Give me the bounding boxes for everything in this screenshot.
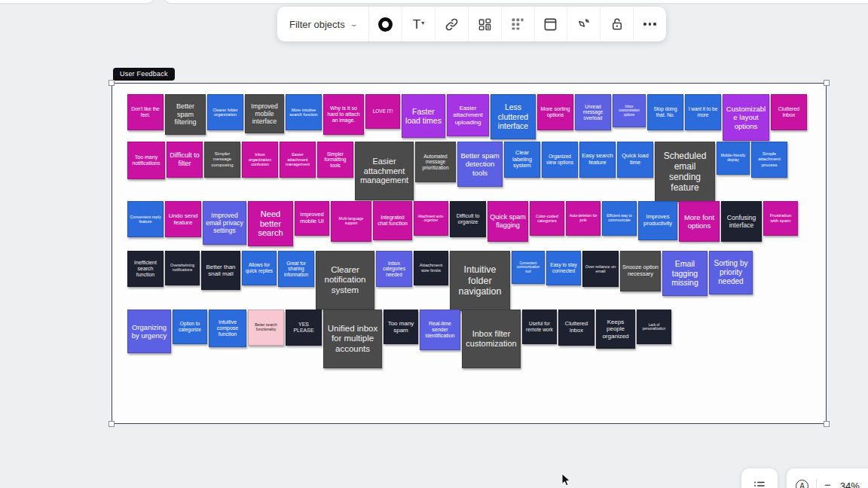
sticky-note[interactable]: Quick load time bbox=[617, 142, 653, 178]
sticky-note[interactable]: Real-time sender identification bbox=[420, 310, 460, 350]
sticky-note[interactable]: Better search functionality bbox=[248, 310, 284, 346]
sticky-note[interactable]: Inbox organization confusion bbox=[242, 142, 278, 178]
author-letter: A bbox=[799, 482, 805, 488]
sticky-note[interactable]: Snooze option necessary bbox=[620, 251, 661, 291]
sticky-note[interactable]: Stop doing that. No. bbox=[647, 94, 683, 130]
selection-handle-top-left[interactable] bbox=[108, 80, 115, 86]
sticky-note[interactable]: Integrated chat function bbox=[373, 201, 412, 240]
sticky-note[interactable]: Automated message prioritization bbox=[415, 142, 456, 182]
note-row: Inefficient search functionOverwhelming … bbox=[127, 251, 753, 311]
sticky-note[interactable]: Option to categorize bbox=[173, 310, 207, 344]
selection-handle-bottom-left[interactable] bbox=[108, 421, 115, 427]
sticky-note[interactable]: Convenient reply feature bbox=[127, 201, 164, 237]
sticky-note[interactable]: Frustration with spam bbox=[763, 201, 798, 236]
zoom-controls-panel: A − 34% bbox=[787, 468, 868, 488]
list-icon bbox=[753, 479, 766, 488]
sticky-note[interactable]: Attachment auto-organizer bbox=[414, 201, 448, 236]
note-row: Don't like the feel.Better spam filterin… bbox=[127, 94, 807, 141]
author-badge-icon[interactable]: A bbox=[796, 480, 808, 488]
note-row: Organizing by urgencyOption to categoriz… bbox=[127, 310, 671, 368]
note-row: Convenient reply featureUndo send featur… bbox=[127, 201, 798, 246]
whiteboard-canvas[interactable]: User Feedback Don't like the feel.Better… bbox=[0, 0, 868, 488]
sticky-note[interactable]: Need better search bbox=[248, 201, 293, 246]
sticky-note[interactable]: Clear labeling system bbox=[504, 142, 540, 178]
sticky-note[interactable]: Better spam filtering bbox=[165, 94, 206, 135]
sticky-note[interactable]: Difficult to organize bbox=[450, 201, 486, 237]
zoom-out-button[interactable]: − bbox=[824, 478, 831, 488]
sticky-note[interactable]: Easy to stay connected bbox=[546, 251, 581, 285]
sticky-note[interactable]: Less cluttered interface bbox=[491, 94, 536, 139]
sticky-note[interactable]: Simpler message composing bbox=[204, 142, 240, 178]
sticky-note[interactable]: Quick spam flagging bbox=[487, 201, 528, 242]
sticky-note[interactable]: Inbox categories needed bbox=[376, 251, 412, 287]
sticky-note[interactable]: Color-coded categories bbox=[530, 201, 564, 236]
sticky-note[interactable]: More sorting options bbox=[537, 94, 573, 130]
sticky-note[interactable]: Lack of personalization bbox=[637, 310, 671, 344]
sticky-note[interactable]: Difficult to filter bbox=[167, 142, 203, 178]
sticky-note[interactable]: Too many notifications bbox=[127, 142, 165, 179]
frame-canvas[interactable]: Don't like the feel.Better spam filterin… bbox=[112, 83, 827, 424]
sticky-note[interactable]: Don't like the feel. bbox=[127, 94, 164, 130]
sticky-note[interactable]: Great for sharing information bbox=[278, 251, 314, 287]
sticky-note[interactable]: Email tagging missing bbox=[662, 251, 708, 296]
sticky-note[interactable]: Cluttered inbox bbox=[771, 94, 807, 130]
sticky-note[interactable]: Inbox filter customization bbox=[462, 310, 521, 368]
sticky-note[interactable]: Improved email privacy settings bbox=[203, 201, 246, 245]
divider bbox=[816, 479, 817, 488]
sticky-note[interactable]: Useful for remote work bbox=[522, 310, 557, 344]
sticky-note[interactable]: Convenient communication tool bbox=[512, 251, 545, 284]
sticky-note[interactable]: Easier attachment uploading bbox=[447, 94, 489, 136]
sticky-note[interactable]: Unified inbox for multiple accounts bbox=[323, 310, 382, 368]
sticky-note[interactable]: Organizing by urgency bbox=[127, 310, 171, 353]
sticky-note[interactable]: Easier attachment management bbox=[280, 142, 316, 178]
selection-handle-top-right[interactable] bbox=[824, 80, 830, 86]
sticky-note[interactable]: More intuitive search function bbox=[286, 94, 322, 130]
sticky-note[interactable]: Efficient way to communicate bbox=[602, 201, 637, 236]
sticky-note[interactable]: Faster load times bbox=[402, 94, 445, 138]
sticky-note[interactable]: YES PLEASE bbox=[286, 310, 322, 346]
sticky-note[interactable]: Inefficient search function bbox=[127, 251, 164, 287]
sticky-note[interactable]: Customizable layout options bbox=[723, 94, 769, 141]
sticky-note[interactable]: Improved mobile UI bbox=[295, 201, 329, 236]
sticky-note[interactable]: LOVE IT! bbox=[365, 94, 400, 129]
zoom-level-value[interactable]: 34% bbox=[840, 480, 860, 488]
sticky-note[interactable]: Undo send feature bbox=[165, 201, 201, 237]
selection-handle-bottom-right[interactable] bbox=[824, 421, 830, 427]
sticky-note[interactable]: Keeps people organized bbox=[596, 310, 635, 349]
sticky-note[interactable]: Allows for quick replies bbox=[242, 251, 277, 285]
sticky-note[interactable]: More font options bbox=[679, 201, 720, 242]
sticky-note[interactable]: Improves productivity bbox=[638, 201, 677, 240]
sticky-note[interactable]: Organized view options bbox=[542, 142, 578, 178]
sticky-note[interactable]: I want it to be more bbox=[685, 94, 721, 130]
sticky-note[interactable]: Easier attachment management bbox=[355, 142, 414, 200]
sticky-note[interactable]: Easy search feature bbox=[579, 142, 616, 178]
sticky-note[interactable]: Over-reliance on email bbox=[582, 251, 619, 287]
sticky-note[interactable]: Inbox customization options bbox=[613, 94, 646, 127]
sticky-note[interactable]: Simple attachment process bbox=[751, 142, 787, 178]
sticky-note[interactable]: Cluttered inbox bbox=[558, 310, 594, 346]
sticky-note[interactable]: Overwhelming notifications bbox=[165, 251, 200, 285]
sticky-note[interactable]: Clearer notification system bbox=[316, 251, 374, 310]
sticky-note[interactable]: Too many spam bbox=[384, 310, 418, 344]
sticky-note[interactable]: Attachment size limits bbox=[414, 251, 448, 285]
sticky-note[interactable]: Better spam detection tools bbox=[457, 142, 503, 187]
notes-list-panel[interactable] bbox=[741, 468, 778, 488]
sticky-note[interactable]: Auto-deletion for junk bbox=[566, 201, 601, 236]
sticky-note[interactable]: Improved mobile interface bbox=[245, 94, 284, 133]
sticky-note[interactable]: Clearer folder organization bbox=[207, 94, 243, 130]
sticky-note[interactable]: Simpler formatting tools bbox=[317, 142, 353, 178]
sticky-note[interactable]: Intuitive compose function bbox=[209, 310, 246, 347]
sticky-note[interactable]: Sorting by priority needed bbox=[709, 251, 753, 294]
sticky-note[interactable]: Unread message overload bbox=[575, 94, 611, 130]
sticky-note[interactable]: Why is it so hard to attach an image. bbox=[323, 94, 364, 135]
frame-title-label[interactable]: User Feedback bbox=[113, 68, 175, 81]
sticky-note[interactable]: Confusing interface bbox=[721, 201, 762, 242]
note-row: Too many notificationsDifficult to filte… bbox=[127, 142, 787, 202]
sticky-note[interactable]: Better than snail mail bbox=[201, 251, 240, 290]
sticky-note[interactable]: Mobile-friendly display bbox=[717, 142, 750, 175]
sticky-note[interactable]: Intuitive folder navigation bbox=[450, 251, 510, 311]
sticky-note[interactable]: Multi-language support bbox=[331, 201, 371, 242]
sticky-note[interactable]: Scheduled email sending feature bbox=[655, 142, 715, 202]
